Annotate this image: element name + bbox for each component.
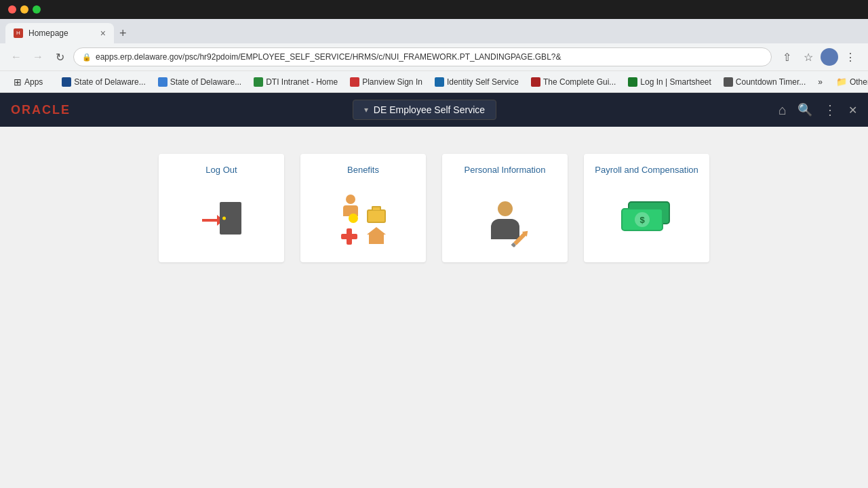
benefits-tile-title: Benefits [347, 165, 379, 175]
more-label: » [818, 77, 823, 87]
bookmark-other[interactable]: 📁 Other Bookmarks [831, 74, 868, 89]
door-knob [222, 216, 226, 220]
bookmark-label: The Complete Gui... [543, 77, 616, 87]
bookmark-label: Planview Sign In [362, 77, 422, 87]
dropdown-arrow: ▾ [364, 105, 368, 115]
traffic-lights [8, 5, 41, 14]
bookmarks-apps[interactable]: ⊞ Apps [8, 74, 48, 90]
tab-favicon: H [14, 28, 23, 38]
url-bar[interactable]: 🔒 eapps.erp.delaware.gov/psc/hr92pdoim/E… [73, 47, 772, 66]
person-body [491, 219, 519, 239]
ssl-lock-icon: 🔒 [82, 53, 92, 62]
bookmark-state1[interactable]: State of Delaware... [56, 75, 151, 89]
benefits-icon [340, 195, 387, 246]
forward-button[interactable]: → [30, 49, 46, 65]
address-bar: ← → ↻ 🔒 eapps.erp.delaware.gov/psc/hr92p… [0, 43, 868, 70]
apps-label: Apps [24, 77, 43, 87]
benefits-person-icon [340, 195, 361, 223]
tab-close-button[interactable]: × [100, 28, 106, 39]
logout-icon [198, 197, 245, 244]
bookmark-dti[interactable]: DTI Intranet - Home [248, 75, 343, 89]
bookmark-planview[interactable]: Planview Sign In [344, 75, 428, 89]
search-button[interactable]: 🔍 [797, 102, 812, 117]
payroll-tile-title: Payroll and Compensation [595, 165, 698, 175]
briefcase-icon [366, 195, 387, 223]
bookmark-favicon [350, 77, 359, 87]
bookmark-label: State of Delaware... [170, 77, 241, 87]
person-silhouette [491, 201, 519, 239]
bookmark-identity[interactable]: Identity Self Service [429, 75, 524, 89]
personal-info-icon [481, 198, 529, 242]
bookmark-favicon [62, 77, 71, 87]
back-button[interactable]: ← [8, 49, 24, 65]
tab-bar: H Homepage × + [0, 19, 868, 43]
close-button[interactable]: ✕ [848, 104, 857, 117]
logout-icon-area [198, 186, 245, 254]
folder-icon: 📁 [836, 77, 847, 87]
bookmark-label: Other Bookmarks [850, 77, 868, 87]
bookmark-favicon [531, 77, 540, 87]
share-button[interactable]: ⇧ [777, 47, 796, 66]
new-tab-button[interactable]: + [114, 23, 222, 43]
logout-tile[interactable]: Log Out [159, 154, 284, 262]
bookmark-state2[interactable]: State of Delaware... [153, 75, 247, 89]
bookmark-favicon [254, 77, 263, 87]
personal-info-icon-area [481, 186, 529, 254]
bookmarks-bar: ⊞ Apps State of Delaware... State of Del… [0, 70, 868, 92]
payroll-icon-area: $ [621, 186, 672, 254]
logout-tile-title: Log Out [205, 165, 237, 175]
bookmark-label: Countdown Timer... [736, 77, 806, 87]
dollar-sign: $ [639, 215, 644, 225]
bookmark-favicon [628, 77, 637, 87]
bookmark-favicon [158, 77, 167, 87]
payroll-icon: $ [621, 201, 672, 239]
minimize-window-button[interactable] [20, 5, 28, 14]
active-tab[interactable]: H Homepage × [5, 23, 114, 43]
more-options-button[interactable]: ⋮ [823, 102, 837, 118]
oracle-nav-center: ▾ DE Employee Self Service [353, 100, 496, 120]
oracle-header-actions: ⌂ 🔍 ⋮ ✕ [778, 102, 857, 118]
house-icon [366, 227, 387, 246]
money-circle: $ [635, 212, 650, 227]
url-text: eapps.erp.delaware.gov/psc/hr92pdoim/EMP… [96, 52, 561, 62]
payroll-tile[interactable]: Payroll and Compensation $ [584, 154, 709, 262]
more-button[interactable]: ⋮ [841, 47, 860, 66]
bookmark-label: DTI Intranet - Home [266, 77, 338, 87]
nav-dropdown[interactable]: ▾ DE Employee Self Service [353, 100, 496, 120]
oracle-logo: ORACLE [11, 103, 71, 117]
tab-title: Homepage [28, 28, 68, 38]
bookmark-complete[interactable]: The Complete Gui... [526, 75, 621, 89]
money-bill-front: $ [621, 208, 663, 231]
bookmark-countdown[interactable]: Countdown Timer... [718, 75, 811, 89]
benefits-tile[interactable]: Benefits [300, 154, 426, 262]
personal-info-tile-title: Personal Information [465, 165, 546, 175]
bookmark-smartsheet[interactable]: Log In | Smartsheet [623, 75, 717, 89]
person-head [346, 195, 355, 204]
nav-dropdown-label: DE Employee Self Service [374, 104, 485, 115]
bookmark-label: Log In | Smartsheet [640, 77, 711, 87]
bookmark-label: Identity Self Service [447, 77, 519, 87]
home-button[interactable]: ⌂ [778, 102, 787, 118]
bookmark-button[interactable]: ☆ [799, 47, 818, 66]
personal-info-tile[interactable]: Personal Information [442, 154, 568, 262]
arrow-shaft [202, 219, 217, 222]
oracle-logo-text: ORACLE [11, 103, 71, 117]
close-window-button[interactable] [8, 5, 16, 14]
oracle-header: ORACLE ▾ DE Employee Self Service ⌂ 🔍 ⋮ … [0, 93, 868, 127]
reload-button[interactable]: ↻ [52, 49, 68, 65]
second-person-head [349, 214, 358, 223]
apps-grid-icon: ⊞ [14, 77, 22, 87]
oracle-app: ORACLE ▾ DE Employee Self Service ⌂ 🔍 ⋮ … [0, 93, 868, 488]
bookmark-favicon [724, 77, 733, 87]
oracle-content: Log Out Benefits [0, 127, 868, 488]
health-cross-icon [340, 227, 359, 246]
bookmark-label: State of Delaware... [74, 77, 145, 87]
bookmark-favicon [435, 77, 444, 87]
door-shape [220, 202, 241, 235]
bookmark-more[interactable]: » [812, 75, 828, 89]
maximize-window-button[interactable] [33, 5, 41, 14]
person-head [498, 201, 513, 216]
browser-chrome: H Homepage × + ← → ↻ 🔒 eapps.erp.delawar… [0, 19, 868, 93]
benefits-icon-area [340, 186, 387, 254]
profile-button[interactable] [821, 48, 838, 66]
